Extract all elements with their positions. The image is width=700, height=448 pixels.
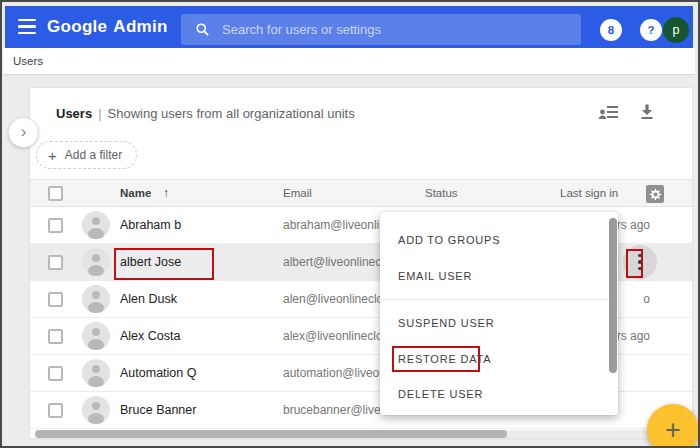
row-checkbox[interactable]: [48, 292, 63, 307]
help-icon: ?: [647, 24, 654, 36]
menu-scrollbar-thumb[interactable]: [609, 218, 617, 373]
user-name[interactable]: Abraham b: [120, 207, 181, 244]
hamburger-menu-icon[interactable]: [18, 19, 36, 34]
gear-icon: [649, 188, 662, 201]
horizontal-scrollbar-track: [35, 430, 687, 438]
row-checkbox[interactable]: [48, 329, 63, 344]
column-header-last-sign-in[interactable]: Last sign in: [560, 180, 618, 206]
user-name[interactable]: Alex Costa: [120, 318, 180, 355]
row-checkbox[interactable]: [48, 218, 63, 233]
user-name[interactable]: Bruce Banner: [120, 392, 196, 429]
highlight-box-restore-data: [392, 346, 480, 372]
add-filter-label: Add a filter: [65, 148, 122, 162]
user-avatar-icon: [82, 248, 110, 276]
panel-subtitle: Showing users from all organizational un…: [108, 106, 355, 121]
table-header-row: Name ↑ Email Status Last sign in: [30, 179, 692, 207]
row-checkbox[interactable]: [48, 255, 63, 270]
menu-item-delete-user[interactable]: DELETE USER: [380, 376, 618, 412]
add-user-fab[interactable]: +: [647, 404, 699, 448]
search-icon: [195, 22, 210, 37]
plus-icon: +: [48, 147, 57, 164]
menu-item-suspend-user[interactable]: SUSPEND USER: [380, 305, 618, 341]
search-bar[interactable]: [181, 14, 581, 45]
breadcrumb-label: Users: [13, 55, 43, 67]
user-name[interactable]: albert Jose: [120, 244, 181, 281]
app-title-google: Google: [47, 17, 107, 36]
chevron-right-icon: ›: [21, 122, 27, 141]
sort-ascending-icon[interactable]: ↑: [163, 180, 169, 206]
menu-divider: [380, 299, 618, 300]
add-filter-button[interactable]: + Add a filter: [36, 141, 137, 169]
breadcrumb[interactable]: Users: [3, 48, 695, 75]
more-actions-button[interactable]: [623, 245, 657, 279]
user-avatar-icon: [82, 285, 110, 313]
panel-title: Users|Showing users from all organizatio…: [56, 106, 355, 121]
user-name[interactable]: Alen Dusk: [120, 281, 177, 318]
user-avatar-icon: [82, 211, 110, 239]
column-header-name[interactable]: Name: [120, 180, 151, 206]
select-all-checkbox[interactable]: [48, 186, 63, 201]
app-title: GoogleAdmin: [47, 6, 168, 48]
user-actions-context-menu: ADD TO GROUPS EMAIL USER SUSPEND USER RE…: [380, 212, 618, 415]
notifications-badge-button[interactable]: 8: [600, 19, 622, 41]
menu-item-add-to-groups[interactable]: ADD TO GROUPS: [380, 222, 618, 258]
admin-console-window: GoogleAdmin 8 ? p Users › Users|Showing …: [0, 0, 700, 448]
help-button[interactable]: ?: [640, 19, 662, 41]
row-checkbox[interactable]: [48, 366, 63, 381]
user-avatar-icon: [82, 322, 110, 350]
column-header-email[interactable]: Email: [283, 180, 312, 206]
plus-icon: +: [665, 415, 681, 446]
panel-title-separator: |: [98, 106, 101, 121]
horizontal-scrollbar-thumb[interactable]: [35, 430, 507, 438]
badge-count: 8: [608, 24, 614, 36]
manage-columns-icon[interactable]: [598, 103, 620, 121]
user-avatar-icon: [82, 359, 110, 387]
user-avatar-icon: [82, 396, 110, 424]
expand-panel-button[interactable]: ›: [8, 117, 39, 148]
column-header-status[interactable]: Status: [425, 180, 458, 206]
download-icon[interactable]: [638, 103, 656, 121]
row-checkbox[interactable]: [48, 403, 63, 418]
app-bar: GoogleAdmin 8 ? p: [5, 6, 693, 48]
app-title-admin: Admin: [113, 17, 167, 36]
avatar-initial: p: [673, 23, 680, 37]
search-input[interactable]: [222, 22, 562, 37]
user-name[interactable]: Automation Q: [120, 355, 196, 392]
menu-item-email-user[interactable]: EMAIL USER: [380, 258, 618, 294]
account-avatar[interactable]: p: [663, 17, 689, 43]
table-settings-button[interactable]: [646, 185, 664, 203]
panel-title-main: Users: [56, 106, 92, 121]
